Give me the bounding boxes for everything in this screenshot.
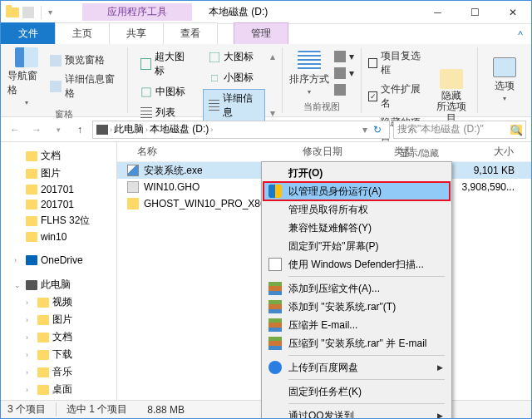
breadcrumb-current[interactable]: 本地磁盘 (D:) — [150, 122, 209, 136]
options-label: 选项 — [495, 79, 515, 93]
view-s-icons[interactable]: 小图标 — [203, 68, 265, 87]
menu-take-ownership[interactable]: 管理员取得所有权 — [264, 200, 450, 219]
preview-pane-button[interactable]: 预览窗格 — [50, 52, 121, 69]
rar-icon — [268, 318, 282, 332]
column-type[interactable]: 类型 — [387, 145, 446, 159]
hide-selected-label: 隐藏 所选项目 — [433, 91, 470, 124]
menu-defender[interactable]: 使用 Windows Defender扫描... — [264, 255, 450, 274]
context-menu: 打开(O) 以管理员身份运行(A) 管理员取得所有权 兼容性疑难解答(Y) 固定… — [261, 161, 452, 419]
menu-open[interactable]: 打开(O) — [264, 164, 450, 182]
group-current-label: 当前视图 — [289, 99, 354, 113]
breadcrumb-dropdown-icon[interactable]: ▾ — [362, 124, 367, 136]
folder-icon — [127, 198, 139, 210]
sidebar-item[interactable]: 图片 — [1, 165, 116, 182]
sidebar-item[interactable]: 201701 — [1, 182, 116, 197]
tab-home[interactable]: 主页 — [55, 22, 110, 44]
rar-icon — [268, 300, 282, 313]
maximize-button[interactable]: ☐ — [456, 1, 494, 24]
tab-manage[interactable]: 管理 — [234, 22, 288, 44]
view-l-icons[interactable]: 大图标 — [203, 47, 265, 67]
item-checkboxes-toggle[interactable]: 项目复选框 — [368, 47, 428, 79]
sidebar-item[interactable]: ›下载 — [1, 346, 116, 363]
forward-button[interactable]: → — [27, 121, 46, 139]
sort-by-button[interactable]: 排序方式 ▾ — [289, 47, 329, 99]
minimize-button[interactable]: ─ — [419, 1, 456, 24]
breadcrumb[interactable]: › 此电脑 › 本地磁盘 (D:) › ▾ ↻ — [92, 121, 390, 139]
exe-icon — [127, 165, 139, 176]
search-icon: 🔍 — [510, 125, 522, 135]
nav-pane-label: 导航窗格 — [7, 69, 45, 97]
quick-access-icon[interactable] — [22, 7, 34, 18]
baidu-icon — [268, 361, 282, 374]
context-tab-label: 应用程序工具 — [82, 3, 192, 21]
titlebar: ▾ 应用程序工具 本地磁盘 (D:) ─ ☐ ✕ — [1, 1, 531, 24]
menu-add-rar[interactable]: 添加到 "安装系统.rar"(T) — [264, 298, 450, 316]
menu-pin-start[interactable]: 固定到"开始"屏幕(P) — [264, 237, 450, 255]
column-headers: 名称 修改日期 类型 大小 — [117, 142, 531, 162]
menu-baidu[interactable]: 上传到百度网盘▶ — [264, 358, 450, 377]
status-selected: 选中 1 个项目 — [66, 402, 137, 417]
menu-run-as-admin[interactable]: 以管理员身份运行(A) — [264, 182, 450, 200]
sidebar-item[interactable]: 201701 — [1, 197, 116, 212]
size-columns-button[interactable] — [334, 82, 354, 97]
tab-view[interactable]: 查看 — [163, 22, 218, 44]
shield-icon — [268, 185, 282, 198]
ribbon: 导航窗格 ▾ 预览窗格 详细信息窗格 窗格 超大图标 中图标 列表 大图标 小图… — [1, 44, 531, 117]
ribbon-collapse-icon[interactable]: ^ — [510, 26, 531, 44]
menu-qq[interactable]: 通过QQ发送到▶ — [264, 407, 450, 419]
group-panes-label: 窗格 — [7, 106, 121, 121]
sort-by-label: 排序方式 — [289, 72, 329, 86]
status-size: 8.88 MB — [147, 404, 195, 416]
tab-share[interactable]: 共享 — [109, 22, 164, 44]
back-button[interactable]: ← — [6, 121, 24, 139]
qat-dropdown-icon[interactable]: ▾ — [48, 7, 52, 17]
defender-icon — [268, 258, 282, 271]
nav-pane-button[interactable]: 导航窗格 ▾ — [7, 47, 45, 106]
breadcrumb-root[interactable]: 此电脑 — [114, 122, 144, 136]
sidebar-this-pc[interactable]: ⌄此电脑 — [1, 276, 116, 293]
window-title: 本地磁盘 (D:) — [209, 5, 268, 19]
menu-pin-taskbar[interactable]: 固定到任务栏(K) — [264, 382, 450, 401]
menu-email[interactable]: 压缩并 E-mail... — [264, 316, 450, 334]
sidebar-onedrive[interactable]: ›OneDrive — [1, 253, 116, 268]
refresh-button[interactable]: ↻ — [369, 124, 386, 136]
menu-add-archive[interactable]: 添加到压缩文件(A)... — [264, 279, 450, 298]
close-button[interactable]: ✕ — [494, 1, 531, 24]
sidebar-item[interactable]: win10 — [1, 229, 116, 244]
file-ext-toggle[interactable]: ✓文件扩展名 — [368, 81, 428, 112]
add-columns-button[interactable]: ▾ — [334, 66, 354, 81]
column-name[interactable]: 名称 — [117, 145, 296, 159]
menu-troubleshoot[interactable]: 兼容性疑难解答(Y) — [264, 219, 450, 237]
sidebar-item[interactable]: ›视频 — [1, 293, 116, 311]
menu-email-rar[interactable]: 压缩到 "安装系统.rar" 并 E-mail — [264, 334, 450, 352]
column-date[interactable]: 修改日期 — [296, 145, 387, 159]
up-button[interactable]: ↑ — [71, 121, 89, 139]
sidebar-item[interactable]: ›音乐 — [1, 363, 116, 381]
view-m-icons[interactable]: 中图标 — [135, 82, 197, 101]
status-count: 3 个项目 — [7, 402, 57, 417]
view-details[interactable]: 详细信息 — [203, 89, 265, 122]
rar-icon — [268, 282, 282, 295]
file-icon — [127, 181, 139, 193]
column-size[interactable]: 大小 — [446, 145, 531, 159]
rar-icon — [268, 337, 282, 350]
sidebar: 文档 图片 201701 201701 FLHS 32位 win10 ›OneD… — [1, 142, 117, 403]
details-pane-button[interactable]: 详细信息窗格 — [50, 71, 121, 102]
tab-file[interactable]: 文件 — [1, 22, 56, 44]
options-button[interactable]: 选项 ▾ — [485, 47, 525, 111]
group-by-button[interactable]: ▾ — [334, 49, 354, 64]
sidebar-item[interactable]: 文档 — [1, 147, 116, 165]
ribbon-tabs: 文件 主页 共享 查看 管理 ^ — [1, 24, 531, 44]
history-dropdown[interactable]: ▾ — [49, 121, 67, 139]
view-xl-icons[interactable]: 超大图标 — [135, 47, 197, 81]
folder-icon — [6, 7, 19, 17]
drive-icon — [96, 125, 108, 135]
sidebar-item[interactable]: FLHS 32位 — [1, 212, 116, 229]
search-input[interactable]: 搜索"本地磁盘 (D:)" 🔍 — [393, 121, 526, 139]
sidebar-item[interactable]: ›桌面 — [1, 381, 116, 398]
sidebar-item[interactable]: ›图片 — [1, 311, 116, 328]
sidebar-item[interactable]: ›文档 — [1, 328, 116, 346]
